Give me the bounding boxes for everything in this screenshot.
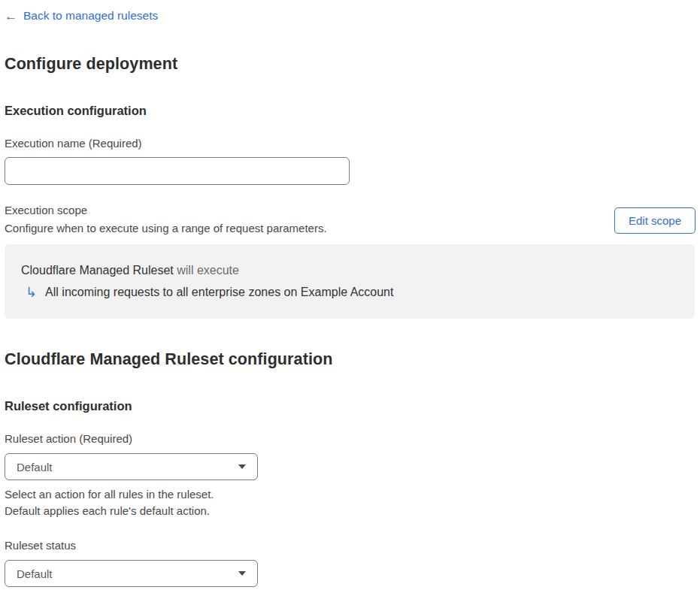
ruleset-status-select[interactable]: Default [5, 560, 258, 587]
summary-execute-line: Cloudflare Managed Ruleset will execute [21, 264, 678, 277]
ruleset-action-help-line2: Default applies each rule's default acti… [5, 503, 695, 519]
ruleset-action-label: Ruleset action (Required) [5, 432, 695, 445]
ruleset-action-select[interactable]: Default [5, 453, 258, 480]
ruleset-status-selected-value: Default [17, 567, 53, 580]
ruleset-action-selected-value: Default [17, 461, 53, 473]
back-link-label: Back to managed rulesets [23, 9, 158, 23]
execution-scope-label: Execution scope [5, 204, 327, 216]
execution-scope-summary-panel: Cloudflare Managed Ruleset will execute … [5, 244, 695, 319]
ruleset-action-help-text: Select an action for all rules in the ru… [5, 486, 695, 519]
page-title: Configure deployment [5, 55, 695, 74]
ruleset-configuration-subheading: Ruleset configuration [5, 399, 695, 413]
back-to-managed-rulesets-link[interactable]: ← Back to managed rulesets [5, 9, 158, 23]
execution-name-label: Execution name (Required) [5, 137, 695, 150]
back-arrow-icon: ← [5, 10, 17, 23]
execution-scope-row: Execution scope Configure when to execut… [5, 204, 695, 234]
execution-scope-description: Configure when to execute using a range … [5, 222, 327, 234]
execution-scope-text-block: Execution scope Configure when to execut… [5, 204, 327, 234]
execution-name-input[interactable] [5, 157, 350, 185]
chevron-down-icon [238, 571, 246, 576]
ruleset-status-label: Ruleset status [5, 539, 695, 552]
hook-arrow-icon: ↳ [26, 286, 37, 301]
chevron-down-icon [238, 464, 246, 469]
execution-configuration-heading: Execution configuration [5, 104, 695, 118]
ruleset-status-help-text: Select a status for all rules in the rul… [5, 593, 695, 596]
configure-deployment-page: ← Back to managed rulesets Configure dep… [0, 0, 700, 596]
edit-scope-button[interactable]: Edit scope [614, 207, 695, 234]
summary-scope-text: All incoming requests to all enterprise … [45, 286, 393, 299]
summary-scope-line: ↳ All incoming requests to all enterpris… [26, 286, 678, 301]
ruleset-configuration-page-heading: Cloudflare Managed Ruleset configuration [5, 350, 695, 369]
ruleset-action-help-line1: Select an action for all rules in the ru… [5, 486, 695, 503]
summary-ruleset-name: Cloudflare Managed Ruleset [21, 264, 174, 277]
summary-will-execute-text: will execute [177, 264, 239, 277]
